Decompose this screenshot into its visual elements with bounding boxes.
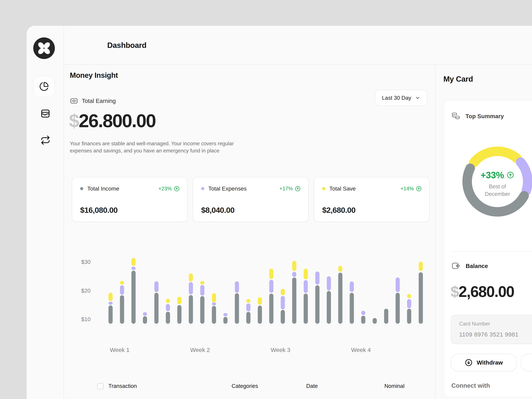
bar-segment-yellow [281,289,285,295]
date-range-select[interactable]: Last 30 Day [375,90,427,106]
balance-label: Balance [466,263,488,269]
x-axis-label-week-3: Week 3 [271,347,290,353]
bar-week-1 [151,253,162,324]
donut-caption: Best of December [459,183,532,198]
stat-label: Total Expenses [208,185,247,192]
bar-week-1 [105,253,116,324]
stat-card-total-expenses: Total Expenses+17%$8,040.00 [193,177,309,222]
card-divider [451,251,532,252]
bar-segment-gray [235,293,239,324]
select-all-checkbox[interactable] [97,383,104,389]
chart-plot-area [105,253,426,324]
stat-change-value: +14% [400,186,414,192]
balance-amount: 2,680.00 [458,283,514,300]
total-earning-value: $26.800.00 [69,110,156,132]
x-axis-label-week-4: Week 4 [351,347,371,353]
bar-segment-yellow [304,269,308,279]
connect-with-label: Connect with [451,382,490,389]
bar-segment-gray [154,293,158,324]
arrow-down-circle-icon [465,359,473,367]
bar-segment-purple [108,302,113,305]
x-axis-label-week-1: Week 1 [110,347,129,353]
stat-value: $8,040.00 [201,205,301,215]
donut-change-value: +33% [481,170,504,180]
my-card-title: My Card [443,75,473,83]
bar-segment-purple [212,302,216,305]
bar-segment-purple [315,272,319,285]
finance-summary-text: Your finances are stable and well-manage… [70,140,234,154]
bar-week-4 [357,253,369,324]
bar-segment-gray [292,278,296,324]
wallet-icon [451,262,460,270]
bar-segment-gray [304,294,308,324]
bar-segment-gray [419,272,423,324]
total-earning-label: Total Earning [82,98,116,104]
bar-segment-gray [189,295,193,324]
bar-segment-gray [350,293,354,324]
bar-segment-yellow [189,273,193,281]
bar-segment-gray [212,306,216,324]
bar-week-2 [197,253,208,324]
bar-week-2 [208,253,220,324]
card-number-box: Card Number 1109 8976 3521 9981 [451,315,532,344]
bar-week-1 [162,253,174,324]
stat-card-total-save: Total Save+14%$2,680.00 [314,177,430,222]
stat-dot [201,187,204,190]
bar-segment-purple [396,278,400,292]
bar-segment-purple [143,312,147,316]
bar-segment-purple [304,280,308,293]
bar-segment-gray [223,317,228,324]
bar-segment-gray [281,310,285,324]
bar-segment-gray [407,309,411,324]
bar-week-3 [266,253,277,324]
bar-segment-gray [384,309,388,324]
total-earning-row: Total Earning [70,97,116,105]
bar-segment-purple [269,280,273,293]
bar-segment-purple [281,296,285,309]
bar-segment-gray [361,316,365,324]
bar-week-4 [392,253,404,324]
money-insight-section: Money Insight Last 30 Day Total Earning … [64,65,436,399]
x-axis-label-week-2: Week 2 [190,347,210,353]
bar-week-3 [335,253,346,324]
bar-segment-yellow [258,297,262,305]
bar-segment-yellow [246,299,250,303]
bar-week-2 [220,253,231,324]
weekly-bar-chart: $10$20$30Week 1Week 2Week 3Week 4 [64,253,436,361]
sidebar [27,26,64,399]
bar-week-4 [346,253,357,324]
stat-value: $2,680.00 [322,205,422,215]
bar-segment-gray [143,316,147,324]
balance-row: Balance [451,262,488,270]
column-header-date: Date [306,383,318,389]
bar-week-2 [254,253,266,324]
app-window: Dashboard Money Insight Last 30 Day Tota… [27,26,532,399]
stat-change-badge: +23% [158,186,180,192]
stat-label: Total Save [329,185,356,192]
bar-segment-gray [315,285,319,324]
bar-segment-gray [200,296,204,324]
card-number-label: Card Number [459,321,532,327]
sidebar-item-dashboard[interactable] [33,76,55,97]
sidebar-item-transactions[interactable] [40,135,50,145]
bar-segment-gray [108,305,113,324]
my-card-card: Top Summary +33% Best of December [443,100,532,397]
bar-segment-gray [396,293,400,324]
section-title: Money Insight [70,71,118,79]
currency-symbol: $ [69,110,79,131]
y-axis-tick-20: $20 [67,287,91,294]
circle-arrow-up-icon [416,186,422,192]
stat-value: $16,080.00 [80,205,180,215]
bar-week-3 [277,253,289,324]
bar-segment-yellow [108,293,113,301]
withdraw-button[interactable]: Withdraw [451,354,517,371]
bar-segment-gray [373,318,377,324]
circle-arrow-up-icon [507,171,514,179]
secondary-action-button-partial[interactable] [521,354,532,371]
banknote-icon [70,97,78,105]
stat-change-badge: +14% [400,186,422,192]
bar-segment-purple [246,304,250,311]
top-summary-row: Top Summary [451,112,504,120]
sidebar-item-cards[interactable] [40,108,50,119]
coins-stack-icon [451,112,461,120]
